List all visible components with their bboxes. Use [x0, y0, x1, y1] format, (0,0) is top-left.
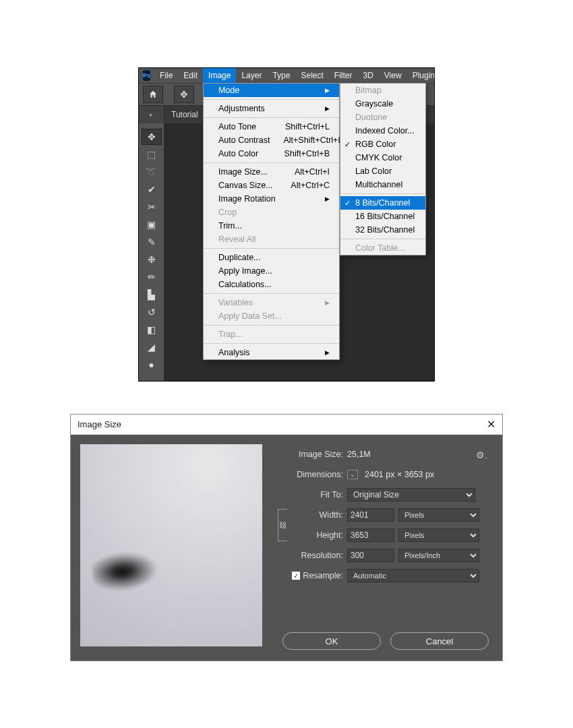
blur-tool-icon[interactable]: ● — [142, 357, 162, 373]
menu-plugins[interactable]: Plugins — [407, 68, 435, 83]
menu-image[interactable]: Image — [203, 68, 236, 83]
menu-3d[interactable]: 3D — [357, 68, 378, 83]
mode-indexed[interactable]: Indexed Color... — [340, 124, 425, 138]
resample-select[interactable]: Automatic — [347, 569, 479, 582]
menu-item-crop: Crop — [204, 206, 339, 219]
marquee-tool-icon[interactable]: ⬚ — [142, 146, 162, 162]
menu-item-variables: Variables▶ — [204, 296, 339, 309]
label: CMYK Color — [355, 153, 402, 162]
close-icon[interactable]: ✕ — [487, 418, 495, 431]
label: Image Size... — [218, 167, 268, 177]
shortcut: Shift+Ctrl+L — [272, 122, 330, 131]
photoshop-window: Ps File Edit Image Layer Type Select Fil… — [138, 67, 435, 382]
label: 16 Bits/Channel — [355, 212, 415, 221]
width-input[interactable] — [347, 508, 394, 522]
brush-tool-icon[interactable]: ✏ — [142, 269, 162, 285]
label: RGB Color — [355, 140, 396, 149]
mode-cmyk[interactable]: CMYK Color — [340, 151, 425, 164]
menu-item-duplicate[interactable]: Duplicate... — [204, 251, 339, 264]
eyedropper-tool-icon[interactable]: ✎ — [142, 234, 162, 250]
mode-bitmap: Bitmap — [340, 84, 425, 97]
menu-item-analysis[interactable]: Analysis▶ — [204, 346, 339, 359]
menu-select[interactable]: Select — [295, 68, 328, 83]
move-tool-icon[interactable]: ✥ — [142, 129, 162, 145]
menu-item-mode[interactable]: Mode▶ — [204, 84, 339, 97]
menu-item-auto-color[interactable]: Auto ColorShift+Ctrl+B — [204, 147, 339, 160]
menu-item-canvas-size[interactable]: Canvas Size...Alt+Ctrl+C — [204, 179, 339, 192]
mode-rgb[interactable]: ✓RGB Color — [340, 138, 425, 151]
collapsed-panel[interactable]: ▸ — [139, 106, 164, 123]
mode-lab[interactable]: Lab Color — [340, 164, 425, 178]
eraser-tool-icon[interactable]: ◧ — [142, 322, 162, 338]
label: Calculations... — [218, 280, 272, 289]
label: Reveal All — [218, 235, 256, 244]
label: Image Rotation — [218, 194, 276, 204]
height-unit-select[interactable]: Pixels — [398, 528, 479, 542]
mode-32bits[interactable]: 32 Bits/Channel — [340, 223, 425, 237]
menu-item-image-rotation[interactable]: Image Rotation▶ — [204, 192, 339, 206]
mode-grayscale[interactable]: Grayscale — [340, 97, 425, 111]
menu-type[interactable]: Type — [267, 68, 295, 83]
crop-tool-icon[interactable]: ✂ — [142, 199, 162, 215]
label: 8 Bits/Channel — [355, 198, 410, 208]
quick-select-tool-icon[interactable]: ✔ — [142, 181, 162, 198]
history-brush-tool-icon[interactable]: ↺ — [142, 304, 162, 320]
label: Grayscale — [355, 99, 393, 109]
form-area: Image Size: 25,1M Dimensions: ⌄ 2401 px … — [276, 444, 493, 651]
width-label: Width: — [286, 510, 343, 520]
dimensions-value: 2401 px × 3653 px — [365, 470, 434, 479]
link-wh-icon[interactable]: ⛓ — [278, 509, 287, 541]
height-input[interactable] — [347, 528, 394, 542]
resolution-unit-select[interactable]: Pixels/Inch — [398, 549, 479, 562]
mode-multichannel[interactable]: Multichannel — [340, 178, 425, 191]
ok-button[interactable]: OK — [282, 632, 381, 650]
lasso-tool-icon[interactable]: ➰ — [142, 164, 162, 180]
submenu-arrow-icon: ▶ — [325, 195, 330, 202]
menu-item-adjustments[interactable]: Adjustments▶ — [204, 102, 339, 115]
label: Variables — [218, 298, 253, 307]
resolution-input[interactable] — [347, 549, 394, 562]
preview-image — [80, 444, 262, 646]
label: Bitmap — [355, 86, 382, 95]
resample-checkbox[interactable]: ✓ — [292, 572, 300, 580]
healing-tool-icon[interactable]: ❉ — [142, 251, 162, 268]
frame-tool-icon[interactable]: ▣ — [142, 216, 162, 233]
fitto-label: Fit To: — [276, 490, 343, 499]
dimensions-unit-toggle[interactable]: ⌄ — [347, 470, 358, 479]
menu-view[interactable]: View — [379, 68, 407, 83]
shortcut: Alt+Ctrl+I — [281, 167, 330, 177]
cancel-button[interactable]: Cancel — [390, 632, 489, 650]
toolbar: ✥ ⬚ ➰ ✔ ✂ ▣ ✎ ❉ ✏ ▙ ↺ ◧ ◢ ● — [139, 123, 164, 381]
menu-item-auto-contrast[interactable]: Auto ContrastAlt+Shift+Ctrl+L — [204, 133, 339, 147]
menu-item-auto-tone[interactable]: Auto ToneShift+Ctrl+L — [204, 120, 339, 133]
menu-item-image-size[interactable]: Image Size...Alt+Ctrl+I — [204, 165, 339, 179]
menu-item-apply-image[interactable]: Apply Image... — [204, 264, 339, 278]
check-icon: ✓ — [344, 199, 351, 208]
shortcut: Alt+Shift+Ctrl+L — [270, 135, 342, 145]
dialog-title: Image Size — [78, 419, 121, 429]
label: 32 Bits/Channel — [355, 225, 415, 235]
stamp-tool-icon[interactable]: ▙ — [142, 286, 162, 303]
label: Canvas Size... — [218, 181, 273, 190]
document-tab[interactable]: Tutorial — [166, 110, 204, 119]
menu-item-trim[interactable]: Trim... — [204, 219, 339, 233]
gradient-tool-icon[interactable]: ◢ — [142, 339, 162, 355]
mode-duotone: Duotone — [340, 111, 425, 124]
menu-layer[interactable]: Layer — [236, 68, 267, 83]
submenu-arrow-icon: ▶ — [325, 87, 330, 94]
image-size-value: 25,1M — [347, 450, 371, 459]
width-unit-select[interactable]: Pixels — [398, 508, 479, 522]
fitto-select[interactable]: Original Size — [347, 488, 475, 502]
menubar: Ps File Edit Image Layer Type Select Fil… — [139, 68, 434, 83]
menu-item-calculations[interactable]: Calculations... — [204, 278, 339, 291]
mode-16bits[interactable]: 16 Bits/Channel — [340, 210, 425, 223]
move-tool-options-icon[interactable]: ✥ — [174, 86, 194, 103]
shortcut: Shift+Ctrl+B — [271, 149, 330, 158]
menu-edit[interactable]: Edit — [178, 68, 203, 83]
mode-8bits[interactable]: ✓8 Bits/Channel — [340, 196, 425, 210]
menu-item-reveal-all: Reveal All — [204, 233, 339, 246]
home-button[interactable] — [143, 86, 163, 103]
height-label: Height: — [286, 530, 343, 540]
menu-file[interactable]: File — [154, 68, 178, 83]
menu-filter[interactable]: Filter — [329, 68, 358, 83]
